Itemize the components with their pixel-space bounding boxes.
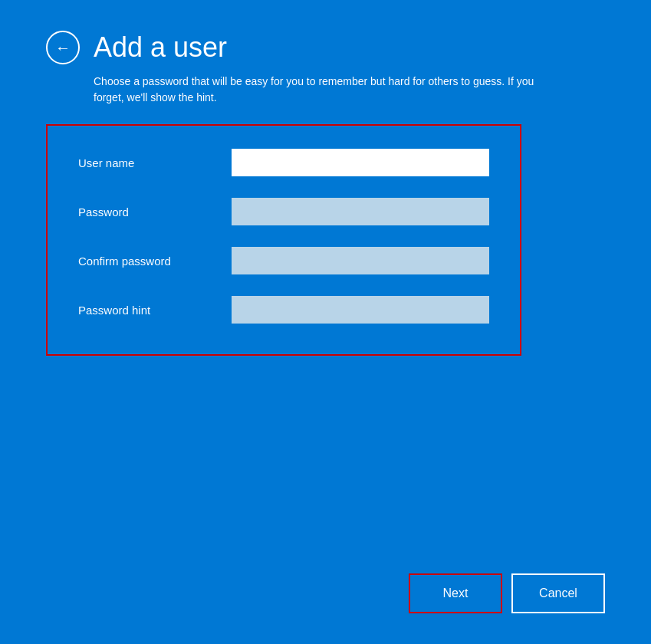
form-container: User name Password Confirm password Pass…	[46, 124, 521, 356]
confirm-password-label: Confirm password	[78, 255, 232, 268]
password-hint-row: Password hint	[78, 296, 489, 324]
subtitle-text: Choose a password that will be easy for …	[94, 74, 538, 106]
next-button[interactable]: Next	[409, 573, 502, 613]
password-hint-label: Password hint	[78, 304, 232, 317]
username-input[interactable]	[232, 149, 489, 176]
page-title: Add a user	[94, 31, 227, 64]
header: ← Add a user	[46, 31, 605, 64]
back-arrow-icon: ←	[55, 40, 71, 55]
username-label: User name	[78, 156, 232, 169]
password-row: Password	[78, 198, 489, 225]
password-hint-input[interactable]	[232, 296, 489, 324]
password-label: Password	[78, 205, 232, 219]
username-row: User name	[78, 149, 489, 176]
confirm-password-row: Confirm password	[78, 247, 489, 274]
page-container: ← Add a user Choose a password that will…	[0, 0, 651, 644]
buttons-container: Next Cancel	[409, 573, 605, 613]
cancel-button[interactable]: Cancel	[511, 573, 605, 613]
back-button[interactable]: ←	[46, 31, 80, 64]
password-input[interactable]	[232, 198, 489, 225]
confirm-password-input[interactable]	[232, 247, 489, 274]
